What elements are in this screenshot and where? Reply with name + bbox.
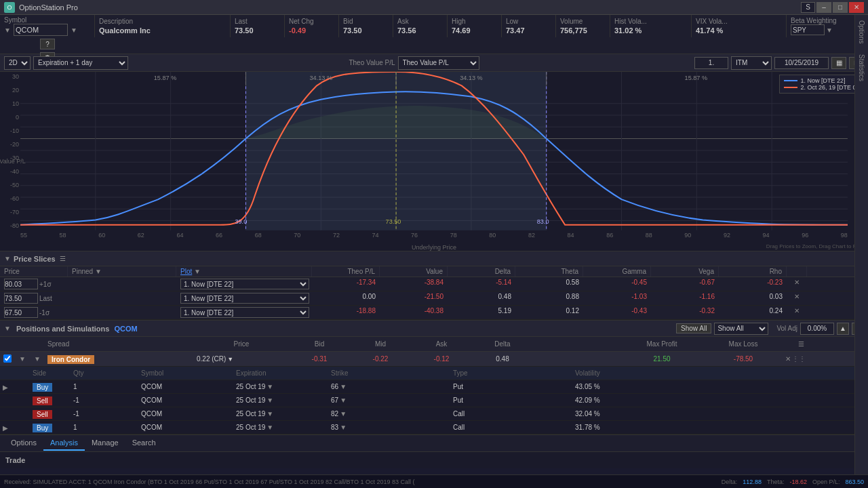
vixvola-col: VIX Vola... 41.74 % [692,15,787,37]
leg4-empty2 [518,426,572,429]
leg1-expand: ▶ [0,382,30,392]
leg-h-side: Side [30,368,71,378]
netchg-col: Net Chg -0.49 [285,15,339,37]
ps-theopl-2: 0.00 [312,291,380,305]
leg3-expand [0,413,30,415]
ps-close-3[interactable]: ✕ [787,306,807,319]
pos-th-check [0,343,15,346]
last-col: Last 73.50 [231,15,285,37]
leg2-side: Sell [30,395,71,406]
show-all-select[interactable]: Show All [714,323,768,335]
symbol-arrow: ▼ [4,26,11,34]
minimize-button[interactable]: – [816,2,831,13]
x-axis-title: Underlying Price [412,244,456,251]
ic-menu-icon[interactable]: ⋮⋮ [792,355,806,363]
calendar-icon[interactable]: ▦ [831,57,846,69]
received-text: Received: SIMULATED ACCT: 1 QCOM Iron Co… [4,479,716,485]
leg4-expand: ▶ [0,422,30,433]
positions-collapse-icon[interactable]: ▼ [4,325,11,332]
leg3-volatility: 32.04 % [572,409,708,419]
expiration-select[interactable]: Expiration + 1 day Expiration [33,56,128,70]
bid-label: Bid [343,18,389,25]
close-button[interactable]: ✕ [849,2,864,13]
vol-adj-input[interactable] [800,323,834,335]
leg1-expiration: 25 Oct 19 ▼ [233,382,328,392]
maximize-button[interactable]: □ [833,2,848,13]
ps-gamma-3: -0.43 [583,306,651,319]
ps-theta-3: 0.12 [515,306,583,319]
ic-price-dropdown[interactable]: ▼ [227,356,233,363]
sidebar-tab-options[interactable]: Options [856,18,867,46]
ps-plot-select-3[interactable]: 1. Now [DTE 22] [180,307,309,318]
ps-h-vega: Vega [651,266,719,277]
symbol-dropdown[interactable]: ▼ [71,26,77,34]
ps-price-2: Last [0,291,68,305]
price-stepper[interactable] [694,57,728,69]
tab-options[interactable]: Options [4,436,43,451]
leg-h-empty2 [518,372,572,375]
ps-close-2[interactable]: ✕ [787,291,807,305]
svg-text:15.87 %: 15.87 % [685,75,707,81]
leg4-expand-icon[interactable]: ▶ [3,424,8,432]
description-col: Description Qualcomm Inc [95,15,231,37]
leg1-expand-icon[interactable]: ▶ [3,384,8,391]
leg2-empty [396,399,450,402]
pos-th-mid: Mid [350,339,411,349]
leg4-expiration: 25 Oct 19 ▼ [233,422,328,432]
ps-plot-select-2[interactable]: 1. Now [DTE 22] [180,293,309,304]
leg3-expiration: 25 Oct 19 ▼ [233,409,328,419]
beta-dropdown[interactable]: ▼ [826,26,833,34]
date-input[interactable] [774,57,829,69]
theo-select[interactable]: Theo Value P/L [398,56,479,70]
ps-price-input-3[interactable] [4,307,38,318]
ps-h-theta: Theta [515,266,583,277]
ps-col-headers: Price Pinned ▼ Plot ▼ Theo P/L Value Del… [0,266,868,277]
leg-h-expand [0,372,30,375]
ps-settings-icon[interactable]: ☰ [60,255,66,262]
view-select[interactable]: 2D 3D [4,56,31,70]
ic-empty2 [601,358,621,361]
bottom-tabs: Options Analysis Manage Search [0,434,868,452]
leg-row-1: ▶ Buy 1 QCOM 25 Oct 19 ▼ 66 ▼ Put 43.05 … [0,380,868,394]
help-button[interactable]: ? [40,39,55,49]
leg3-type: Call [450,409,518,419]
ps-rho-2: 0.03 [719,291,787,305]
ps-plot-select-1[interactable]: 1. Now [DTE 22] [180,279,309,289]
pos-th-maxprofit: Max Profit [621,339,703,349]
chart-svg: 39.0 73.50 83.0 15.87 % 34.13 % 34.13 % … [20,72,848,230]
show-all-button[interactable]: Show All [676,323,711,333]
tab-search[interactable]: Search [125,436,163,451]
s-button[interactable]: S [801,2,815,13]
ps-h-close [787,266,807,277]
ic-checkbox[interactable] [3,354,12,363]
last-value: 73.50 [235,26,280,35]
beta-input[interactable] [791,24,825,35]
ic-expand[interactable]: ▼ [15,354,30,364]
sidebar-tab-statistics[interactable]: Statistics [856,52,867,84]
ps-price-input-2[interactable] [4,293,38,304]
itm-select[interactable]: ITM OTM All [731,56,772,70]
leg2-qty: -1 [71,395,138,405]
delta-value: 112.88 [743,479,762,485]
tab-manage[interactable]: Manage [85,436,125,451]
vol-adj-up[interactable]: ▲ [837,323,849,335]
leg2-symbol: QCOM [138,395,233,405]
low-col: Low 73.47 [502,15,556,37]
ic-close-icon[interactable]: ✕ [785,355,791,363]
leg3-strike: 82 ▼ [328,409,396,419]
ps-value-1: -38.84 [380,277,448,291]
positions-symbol: QCOM [115,325,138,333]
ps-close-1[interactable]: ✕ [787,277,807,291]
leg2-volatility: 42.09 % [572,395,708,405]
ps-collapse-icon[interactable]: ▼ [4,255,11,262]
column-settings-icon[interactable]: ☰ [798,340,804,348]
leg1-type: Put [450,382,518,392]
volume-label: Volume [560,18,606,25]
symbol-input[interactable] [14,24,68,36]
drag-hint: Drag Prices to Zoom, Drag Chart to Pan [766,243,863,249]
ic-sub-expand[interactable]: ▼ [30,354,45,364]
tab-analysis[interactable]: Analysis [43,436,85,451]
leg2-expand [0,399,30,402]
ps-price-input-1[interactable] [4,279,38,289]
description-label: Description [99,18,226,25]
